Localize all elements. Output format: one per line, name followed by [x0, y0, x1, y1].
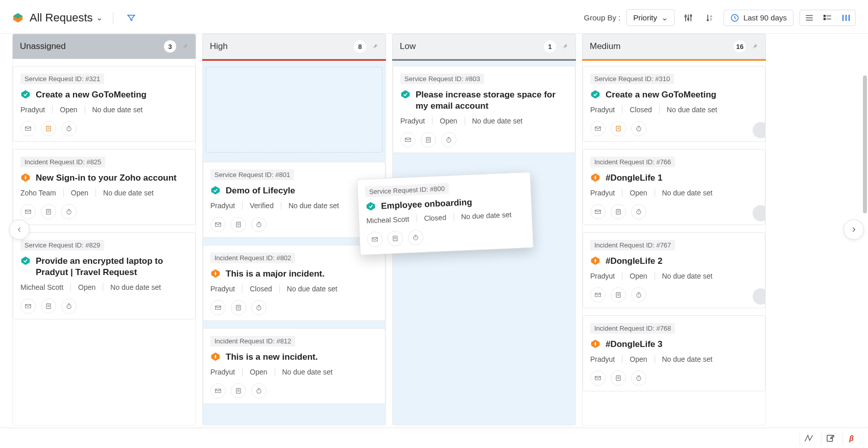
- view-detail-icon[interactable]: [818, 10, 837, 26]
- pin-icon[interactable]: [751, 43, 758, 50]
- mail-icon[interactable]: [590, 370, 606, 386]
- service-hex-icon: [210, 185, 221, 195]
- timer-icon[interactable]: [251, 383, 267, 399]
- page-title-dropdown[interactable]: All Requests ⌄: [30, 11, 103, 24]
- request-id-badge: Service Request ID: #803: [400, 73, 484, 84]
- request-id-badge: Service Request ID: #800: [365, 183, 449, 197]
- note-icon[interactable]: [41, 298, 56, 314]
- request-card[interactable]: Service Request ID: #310 Create a new Go…: [583, 66, 765, 142]
- pin-icon[interactable]: [561, 43, 568, 50]
- column-header[interactable]: High 8: [202, 34, 386, 59]
- mail-icon[interactable]: [20, 121, 36, 136]
- mail-icon[interactable]: [367, 232, 382, 247]
- request-card[interactable]: Incident Request ID: #768 #DongleLife 3 …: [583, 315, 765, 391]
- request-card[interactable]: Service Request ID: #321 Create a new Go…: [13, 66, 196, 142]
- card-title: #DongleLife 2: [606, 256, 662, 267]
- card-title: Provide an encrypted laptop to Pradyut |…: [36, 256, 188, 278]
- mail-icon[interactable]: [20, 204, 36, 219]
- scrollbar-thumb[interactable]: [863, 76, 867, 213]
- svg-point-106: [637, 377, 641, 381]
- pin-icon[interactable]: [371, 43, 378, 50]
- request-card[interactable]: Service Request ID: #803 Please increase…: [393, 66, 575, 153]
- timer-icon[interactable]: [441, 132, 456, 147]
- date-range-picker[interactable]: Last 90 days: [724, 10, 793, 26]
- note-icon[interactable]: [421, 132, 436, 147]
- svg-point-7: [690, 15, 692, 16]
- timer-icon[interactable]: [631, 287, 646, 303]
- scroll-left-button[interactable]: [9, 219, 30, 240]
- view-list-icon[interactable]: [800, 10, 818, 26]
- timer-icon[interactable]: [631, 204, 646, 219]
- svg-point-6: [687, 18, 689, 19]
- column-medium: Medium 16 Service Request ID: #310 Creat…: [582, 34, 766, 426]
- request-card[interactable]: Incident Request ID: #767 #DongleLife 2 …: [583, 232, 765, 308]
- mail-icon[interactable]: [210, 300, 226, 315]
- scroll-right-button[interactable]: [843, 219, 864, 240]
- column-count-badge: 16: [734, 40, 746, 53]
- note-icon[interactable]: [611, 121, 626, 136]
- card-title: New Sign-in to your Zoho account: [36, 172, 177, 184]
- column-header[interactable]: Unassigned 3: [12, 34, 196, 59]
- column-body[interactable]: Service Request ID: #801 Demo of Lifecyl…: [202, 61, 386, 426]
- request-card[interactable]: Service Request ID: #829 Provide an encr…: [13, 232, 196, 319]
- note-icon[interactable]: [41, 121, 56, 136]
- timer-icon[interactable]: [61, 204, 77, 219]
- note-icon[interactable]: [231, 300, 246, 315]
- mail-icon[interactable]: [590, 121, 606, 136]
- timer-icon[interactable]: [407, 230, 423, 245]
- request-id-badge: Incident Request ID: #767: [590, 240, 675, 251]
- timer-icon[interactable]: [631, 370, 646, 386]
- mail-icon[interactable]: [590, 204, 606, 219]
- timer-icon[interactable]: [251, 217, 267, 232]
- note-icon[interactable]: [611, 204, 626, 219]
- sort-icon[interactable]: AZ: [702, 10, 717, 26]
- card-assignee: Pradyut: [590, 106, 615, 114]
- timer-icon[interactable]: [251, 300, 267, 315]
- card-due: No due date set: [281, 202, 339, 210]
- card-status: Open: [622, 272, 647, 280]
- note-icon[interactable]: [387, 231, 403, 246]
- app-logo-icon: [12, 12, 23, 23]
- filter-icon[interactable]: [124, 10, 139, 26]
- mail-icon[interactable]: [400, 132, 416, 147]
- request-card[interactable]: Incident Request ID: #825 New Sign-in to…: [13, 149, 196, 225]
- service-hex-icon: [20, 89, 31, 99]
- svg-point-42: [67, 305, 71, 309]
- card-title: Create a new GoToMeeting: [606, 89, 716, 101]
- request-card[interactable]: Incident Request ID: #766 #DongleLife 1 …: [583, 149, 765, 225]
- note-icon[interactable]: [611, 287, 626, 303]
- mail-icon[interactable]: [20, 298, 36, 314]
- timer-icon[interactable]: [61, 121, 77, 136]
- column-title: Unassigned: [20, 41, 66, 52]
- card-due: No due date set: [655, 189, 713, 197]
- card-assignee: Zoho Team: [20, 189, 56, 197]
- topbar: All Requests ⌄ Group By : Priority ⌄ AZ …: [0, 0, 868, 34]
- note-icon[interactable]: [231, 217, 246, 232]
- request-card[interactable]: Incident Request ID: #812 This is a new …: [203, 328, 385, 404]
- request-card[interactable]: Incident Request ID: #802 This is a majo…: [203, 245, 385, 321]
- svg-rect-14: [824, 15, 826, 16]
- svg-point-66: [257, 389, 261, 393]
- timer-icon[interactable]: [631, 121, 646, 136]
- dropzone[interactable]: [206, 67, 382, 153]
- column-header[interactable]: Medium 16: [582, 34, 766, 59]
- mail-icon[interactable]: [590, 287, 606, 303]
- note-icon[interactable]: [41, 204, 56, 219]
- view-kanban-icon[interactable]: [837, 10, 855, 26]
- dragging-card[interactable]: Service Request ID: #800 Employee onboar…: [357, 172, 534, 256]
- note-icon[interactable]: [611, 370, 626, 386]
- card-assignee: Pradyut: [590, 189, 615, 197]
- pin-icon[interactable]: [181, 43, 188, 50]
- avatar: [753, 122, 766, 138]
- avatar: [753, 288, 766, 305]
- column-body[interactable]: Service Request ID: #321 Create a new Go…: [12, 61, 196, 426]
- card-due: No due date set: [453, 210, 512, 221]
- column-body[interactable]: Service Request ID: #310 Create a new Go…: [582, 61, 766, 426]
- column-header[interactable]: Low 1: [392, 34, 576, 59]
- mail-icon[interactable]: [210, 217, 226, 232]
- timer-icon[interactable]: [61, 298, 77, 314]
- group-by-select[interactable]: Priority ⌄: [626, 9, 674, 26]
- note-icon[interactable]: [231, 383, 246, 399]
- mail-icon[interactable]: [210, 383, 226, 399]
- settings-sliders-icon[interactable]: [681, 10, 696, 26]
